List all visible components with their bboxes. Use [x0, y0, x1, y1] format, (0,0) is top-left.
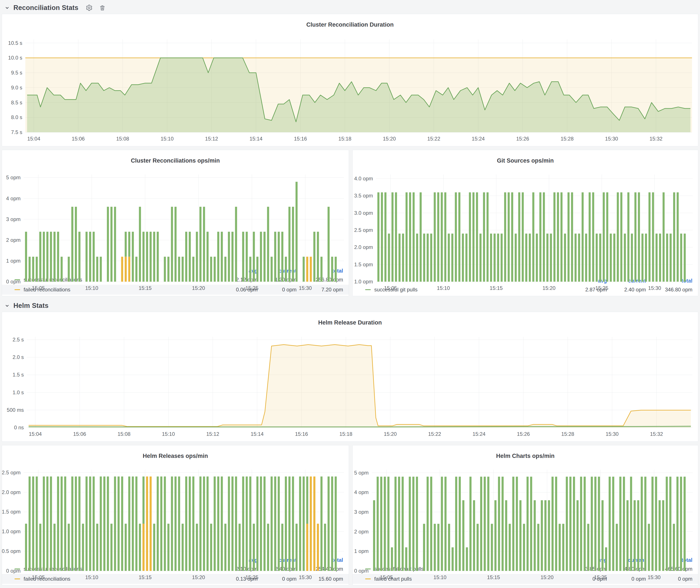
svg-text:15:20: 15:20: [192, 574, 205, 580]
svg-text:0 opm: 0 opm: [354, 568, 369, 574]
svg-text:8.5 s: 8.5 s: [11, 99, 22, 105]
svg-text:15:18: 15:18: [338, 136, 351, 142]
svg-text:15:12: 15:12: [205, 136, 218, 142]
svg-text:5 opm: 5 opm: [354, 470, 369, 475]
svg-text:15:30: 15:30: [299, 285, 312, 291]
panel-title[interactable]: Cluster Reconciliation Duration: [2, 19, 698, 31]
svg-text:15:28: 15:28: [561, 136, 574, 142]
row-header-helm-stats[interactable]: Helm Stats: [2, 300, 698, 312]
svg-text:15:32: 15:32: [650, 136, 663, 142]
svg-text:15:05: 15:05: [380, 574, 393, 580]
svg-text:15:24: 15:24: [473, 431, 485, 437]
svg-text:1.5 opm: 1.5 opm: [2, 509, 21, 515]
svg-text:15:16: 15:16: [294, 136, 307, 142]
svg-text:1.0 s: 1.0 s: [13, 389, 24, 395]
chevron-down-icon[interactable]: [4, 303, 10, 309]
chevron-down-icon[interactable]: [4, 5, 10, 11]
svg-text:15:15: 15:15: [139, 285, 152, 291]
svg-text:15:10: 15:10: [85, 285, 98, 291]
svg-text:15:12: 15:12: [206, 431, 219, 437]
svg-text:15:14: 15:14: [251, 431, 264, 437]
svg-text:2.5 opm: 2.5 opm: [354, 227, 373, 233]
svg-text:2 opm: 2 opm: [354, 528, 369, 534]
row-title[interactable]: Helm Stats: [13, 302, 48, 310]
svg-text:15:05: 15:05: [384, 285, 397, 291]
svg-text:7.5 s: 7.5 s: [11, 129, 22, 135]
svg-text:15:20: 15:20: [542, 285, 555, 291]
svg-text:1.0 opm: 1.0 opm: [2, 528, 21, 534]
svg-text:15:08: 15:08: [116, 136, 129, 142]
svg-text:15:10: 15:10: [162, 431, 175, 437]
svg-text:3 opm: 3 opm: [6, 216, 21, 222]
svg-text:4.0 opm: 4.0 opm: [354, 176, 373, 181]
svg-text:0 opm: 0 opm: [6, 279, 21, 284]
svg-text:15:16: 15:16: [295, 431, 308, 437]
panel-title[interactable]: Helm Charts ops/min: [353, 450, 698, 462]
panel-title[interactable]: Helm Releases ops/min: [2, 450, 349, 462]
svg-text:15:24: 15:24: [472, 136, 485, 142]
svg-text:1 opm: 1 opm: [6, 258, 21, 264]
svg-text:15:26: 15:26: [517, 431, 530, 437]
svg-text:4 opm: 4 opm: [354, 489, 369, 495]
timeseries-chart-cluster-reconciliation-duration[interactable]: 15:0415:0615:0815:1015:1215:1415:1615:18…: [2, 36, 698, 146]
panel-title[interactable]: Helm Release Duration: [2, 317, 698, 328]
svg-text:15:25: 15:25: [595, 285, 608, 291]
svg-text:15:04: 15:04: [29, 431, 42, 437]
bar-chart-helm-charts[interactable]: 15:0515:1015:1515:2015:2515:305 opm4 opm…: [353, 467, 698, 556]
svg-text:15:05: 15:05: [32, 285, 45, 291]
svg-text:1 opm: 1 opm: [354, 548, 369, 554]
svg-text:15:20: 15:20: [383, 136, 396, 142]
svg-text:15:15: 15:15: [490, 285, 503, 291]
svg-text:2.0 opm: 2.0 opm: [2, 489, 21, 495]
svg-text:9.5 s: 9.5 s: [11, 70, 22, 76]
panel-cluster-reconciliations-opm: Cluster Reconciliations ops/min 15:0515:…: [2, 150, 349, 296]
svg-text:15:28: 15:28: [561, 431, 574, 437]
svg-text:15:30: 15:30: [605, 136, 618, 142]
row-title[interactable]: Reconciliation Stats: [13, 4, 78, 12]
panel-title[interactable]: Git Sources ops/min: [353, 155, 698, 166]
bar-chart-git-sources[interactable]: 15:0515:1015:1515:2015:2515:304.0 opm3.5…: [353, 171, 698, 277]
svg-text:2.5 s: 2.5 s: [13, 337, 24, 342]
svg-text:15:15: 15:15: [139, 574, 152, 580]
svg-text:15:18: 15:18: [339, 431, 352, 437]
trash-icon[interactable]: [99, 5, 106, 11]
svg-text:15:06: 15:06: [72, 136, 85, 142]
dashboard: Reconciliation Stats Cluster Reconciliat…: [0, 0, 700, 585]
svg-text:10.0 s: 10.0 s: [8, 55, 22, 61]
svg-text:15:22: 15:22: [427, 136, 440, 142]
svg-text:15:20: 15:20: [540, 574, 553, 580]
svg-text:500 ms: 500 ms: [7, 407, 24, 413]
svg-text:15:30: 15:30: [606, 431, 619, 437]
row-header-reconciliation-stats[interactable]: Reconciliation Stats: [2, 2, 698, 14]
svg-text:2.5 opm: 2.5 opm: [2, 470, 21, 475]
svg-text:15:10: 15:10: [161, 136, 174, 142]
svg-text:15:22: 15:22: [428, 431, 441, 437]
panel-helm-releases-opm: Helm Releases ops/min 15:0515:1015:1515:…: [2, 445, 349, 585]
svg-text:15:30: 15:30: [648, 285, 661, 291]
svg-text:15:20: 15:20: [192, 285, 205, 291]
svg-text:15:10: 15:10: [437, 285, 450, 291]
svg-text:0 ns: 0 ns: [14, 425, 24, 430]
bar-chart-helm-releases[interactable]: 15:0515:1015:1515:2015:2515:302.5 opm2.0…: [2, 467, 349, 556]
svg-text:0.5 opm: 0.5 opm: [2, 548, 21, 554]
svg-text:15:10: 15:10: [434, 574, 447, 580]
svg-text:15:04: 15:04: [27, 136, 40, 142]
svg-text:1.0 opm: 1.0 opm: [354, 279, 373, 284]
panel-helm-charts-opm: Helm Charts ops/min 15:0515:1015:1515:20…: [352, 445, 698, 585]
timeseries-chart-helm-release-duration[interactable]: 15:0415:0615:0815:1015:1215:1415:1615:18…: [2, 333, 698, 441]
panel-title[interactable]: Cluster Reconciliations ops/min: [2, 155, 349, 166]
svg-text:4 opm: 4 opm: [6, 195, 21, 201]
gear-icon[interactable]: [86, 4, 93, 11]
svg-text:3.5 opm: 3.5 opm: [354, 193, 373, 199]
svg-text:15:25: 15:25: [245, 285, 258, 291]
svg-text:15:14: 15:14: [250, 136, 263, 142]
svg-text:15:25: 15:25: [245, 574, 258, 580]
svg-text:15:26: 15:26: [516, 136, 529, 142]
svg-text:15:32: 15:32: [650, 431, 663, 437]
svg-text:3.0 opm: 3.0 opm: [354, 210, 373, 216]
bar-chart-cluster-reconciliations[interactable]: 15:0515:1015:1515:2015:2515:305 opm4 opm…: [2, 171, 349, 267]
svg-text:15:25: 15:25: [594, 574, 607, 580]
svg-text:3 opm: 3 opm: [354, 509, 369, 515]
svg-text:15:15: 15:15: [487, 574, 500, 580]
svg-text:10.5 s: 10.5 s: [8, 40, 22, 46]
